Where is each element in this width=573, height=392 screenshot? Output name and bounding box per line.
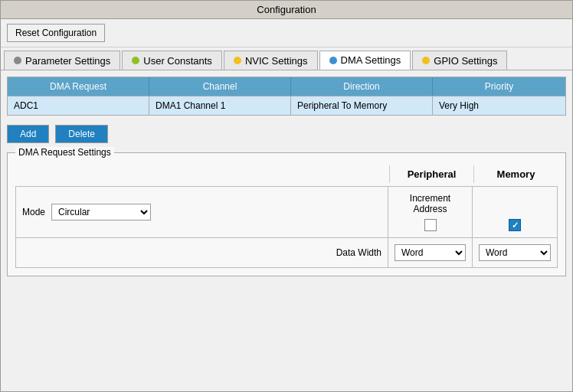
data-width-selects: Byte Half Word Word Byte Half Word Word [388, 238, 557, 267]
toolbar: Reset Configuration [1, 19, 572, 47]
memory-data-width-select[interactable]: Byte Half Word Word [479, 244, 551, 261]
mode-select[interactable]: Circular Normal [51, 204, 151, 220]
peripheral-data-width-select[interactable]: Byte Half Word Word [395, 244, 466, 261]
table-header: DMA Request Channel Direction Priority [8, 77, 565, 96]
title-bar: Configuration [1, 1, 572, 19]
tab-dot-nvic [234, 57, 241, 64]
tab-dot-gpio [422, 57, 430, 64]
settings-top-row: Mode Circular Normal Increment Address [16, 187, 557, 238]
tab-label-nvic: NVIC Settings [245, 55, 308, 67]
tab-nvic-settings[interactable]: NVIC Settings [224, 51, 318, 70]
add-button[interactable]: Add [7, 125, 49, 143]
col-header-channel: Channel [149, 77, 291, 96]
tab-user-constants[interactable]: User Constants [122, 51, 222, 70]
memory-increment-checkbox[interactable] [509, 219, 521, 231]
main-content: DMA Request Channel Direction Priority A… [1, 70, 572, 391]
peripheral-increment-section: Increment Address [388, 187, 473, 237]
peripheral-header: Peripheral [389, 165, 473, 183]
cell-priority: Very High [433, 96, 565, 115]
tab-bar: Parameter Settings User Constants NVIC S… [1, 47, 572, 70]
dma-table: DMA Request Channel Direction Priority A… [7, 77, 566, 116]
cell-channel: DMA1 Channel 1 [149, 96, 291, 115]
tab-dma-settings[interactable]: DMA Settings [319, 51, 411, 70]
tab-parameter-settings[interactable]: Parameter Settings [4, 51, 120, 70]
increment-address-label: Increment Address [395, 193, 466, 214]
action-buttons: Add Delete [7, 125, 566, 143]
main-window: Configuration Reset Configuration Parame… [0, 0, 573, 392]
tab-label-parameter: Parameter Settings [25, 55, 110, 67]
settings-body: Mode Circular Normal Increment Address [15, 186, 558, 268]
peripheral-data-width-section: Byte Half Word Word [388, 238, 473, 267]
settings-group-label: DMA Request Settings [15, 147, 114, 158]
memory-data-width-section: Byte Half Word Word [473, 238, 557, 267]
table-row[interactable]: ADC1 DMA1 Channel 1 Peripheral To Memory… [8, 96, 565, 115]
col-header-dma-request: DMA Request [8, 77, 149, 96]
memory-header: Memory [473, 165, 558, 183]
tab-dot-parameter [14, 57, 21, 64]
reset-configuration-button[interactable]: Reset Configuration [7, 24, 105, 42]
settings-bottom-row: Data Width Byte Half Word Word [16, 238, 557, 267]
increment-address-section: Increment Address Increment Address [388, 187, 557, 237]
col-header-priority: Priority [433, 77, 565, 96]
data-width-label-section: Data Width [16, 238, 388, 267]
col-header-direction: Direction [291, 77, 433, 96]
tab-dot-user-constants [132, 57, 139, 64]
memory-increment-section: Increment Address [473, 187, 557, 237]
data-width-label: Data Width [336, 247, 381, 258]
mode-label: Mode [22, 207, 45, 217]
mode-section: Mode Circular Normal [16, 187, 388, 237]
delete-button[interactable]: Delete [55, 125, 108, 143]
dma-request-settings-group: DMA Request Settings Peripheral Memory M… [7, 152, 566, 276]
tab-gpio-settings[interactable]: GPIO Settings [412, 51, 507, 70]
tab-label-user-constants: User Constants [143, 55, 212, 67]
window-title: Configuration [257, 4, 316, 15]
tab-dot-dma [329, 57, 337, 64]
cell-dma-request: ADC1 [8, 96, 149, 115]
peripheral-increment-checkbox[interactable] [424, 219, 437, 231]
tab-label-dma: DMA Settings [341, 54, 401, 66]
tab-label-gpio: GPIO Settings [434, 55, 497, 67]
cell-direction: Peripheral To Memory [291, 96, 433, 115]
